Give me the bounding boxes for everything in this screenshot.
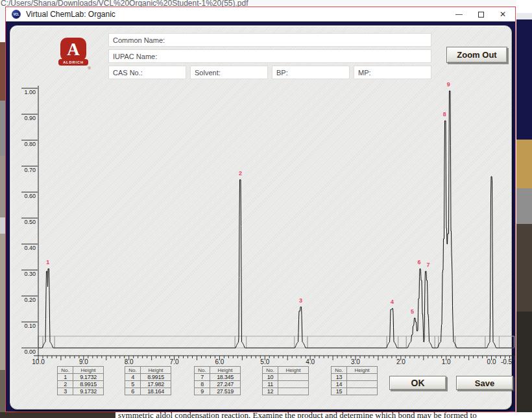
y-axis-tick-label: 1.00 bbox=[24, 89, 36, 95]
height-table-1: No.Height19.173228.991539.1732 bbox=[57, 366, 104, 395]
browser-url-bar: C:/Users/Shana/Downloads/VCL%20Organic%2… bbox=[0, 0, 532, 6]
peak-region-box[interactable] bbox=[54, 336, 235, 348]
x-axis-tick-label: 1.0 bbox=[442, 358, 451, 365]
peak-height-cell: 9.1732 bbox=[73, 388, 104, 395]
height-table-2: No.Height48.9915517.982618.164 bbox=[125, 366, 171, 395]
window-content: A ALDRICH ® Common Name: IUPAC Name: CAS… bbox=[6, 21, 515, 412]
peak-label-5[interactable]: 5 bbox=[411, 308, 414, 315]
maximize-button[interactable] bbox=[470, 7, 492, 21]
peak-number-cell: 9 bbox=[195, 388, 210, 395]
peak-label-8[interactable]: 8 bbox=[443, 111, 446, 117]
peak-number-cell: 4 bbox=[125, 374, 141, 381]
height-table-row: 517.982 bbox=[125, 381, 171, 388]
background-right-art-2 bbox=[516, 19, 532, 140]
peak-number-cell: 3 bbox=[58, 388, 73, 395]
screen: C:/Users/Shana/Downloads/VCL%20Organic%2… bbox=[0, 0, 532, 418]
peak-label-4[interactable]: 4 bbox=[391, 299, 394, 305]
peak-region-box[interactable] bbox=[38, 336, 43, 348]
peak-number-cell: 13 bbox=[332, 374, 347, 381]
height-table-header: Height bbox=[347, 367, 378, 374]
background-right-art-3 bbox=[516, 140, 532, 188]
peak-height-cell bbox=[278, 388, 309, 395]
height-table-row: 39.1732 bbox=[58, 388, 104, 395]
peak-region-box[interactable] bbox=[235, 336, 246, 348]
background-left-strip bbox=[0, 6, 5, 418]
y-axis-tick-label: 0.80 bbox=[24, 141, 36, 147]
background-right-art-4 bbox=[516, 188, 532, 224]
maximize-icon bbox=[478, 12, 484, 18]
peak-label-1[interactable]: 1 bbox=[46, 259, 49, 265]
peak-label-7[interactable]: 7 bbox=[426, 262, 429, 268]
peak-region-box[interactable] bbox=[308, 336, 387, 348]
iupac-name-field[interactable]: IUPAC Name: bbox=[108, 49, 431, 63]
peak-number-cell: 2 bbox=[58, 381, 73, 388]
aldrich-logo-band: ALDRICH bbox=[58, 59, 88, 66]
peak-height-cell: 18.164 bbox=[141, 388, 171, 395]
peak-number-cell: 11 bbox=[263, 381, 278, 388]
peak-region-box[interactable] bbox=[43, 336, 54, 348]
height-table-header: No. bbox=[263, 367, 278, 374]
peak-region-box[interactable] bbox=[455, 336, 485, 348]
background-left-art-2 bbox=[0, 101, 5, 156]
solvent-field[interactable]: Solvent: bbox=[190, 66, 268, 79]
x-axis-tick-label: 6.0 bbox=[215, 358, 224, 365]
y-axis-tick-label: 0.90 bbox=[24, 115, 36, 121]
height-table-row: 48.9915 bbox=[125, 374, 171, 381]
aldrich-logo-brand: ALDRICH bbox=[63, 60, 84, 64]
peak-height-cell bbox=[347, 374, 378, 381]
zoom-out-button[interactable]: Zoom Out bbox=[446, 47, 507, 63]
common-name-field[interactable]: Common Name: bbox=[108, 33, 431, 47]
nmr-spectrum-svg[interactable]: 0.000.100.200.300.400.500.600.700.800.90… bbox=[17, 81, 517, 367]
background-left-art-6 bbox=[0, 370, 5, 418]
x-axis-tick-label: 0.0 bbox=[487, 358, 496, 365]
mp-field[interactable]: MP: bbox=[354, 66, 431, 79]
browser-url-text: C:/Users/Shana/Downloads/VCL%20Organic%2… bbox=[1, 0, 248, 6]
height-table-row: 15 bbox=[332, 388, 378, 395]
peak-label-3[interactable]: 3 bbox=[299, 297, 302, 304]
peak-region-box[interactable] bbox=[295, 336, 308, 348]
height-table-header: No. bbox=[125, 367, 141, 374]
peak-height-cell: 18.345 bbox=[210, 374, 241, 381]
x-axis-tick-label: 5.0 bbox=[260, 358, 269, 365]
y-axis-tick-label: 0.20 bbox=[24, 297, 36, 303]
y-axis-tick-label: 0.50 bbox=[24, 219, 36, 225]
peak-number-cell: 12 bbox=[263, 388, 278, 395]
background-bottom-art bbox=[0, 412, 115, 418]
y-axis-tick-label: 0.60 bbox=[24, 193, 36, 199]
x-axis-tick-label: 10.0 bbox=[32, 358, 45, 365]
peak-label-6[interactable]: 6 bbox=[417, 259, 420, 265]
app-icon: VCL bbox=[12, 10, 21, 19]
peak-region-box[interactable] bbox=[247, 336, 295, 348]
minimize-button[interactable] bbox=[448, 7, 470, 21]
x-axis-tick-label: 7.0 bbox=[170, 358, 179, 365]
height-table-header: Height bbox=[278, 367, 309, 374]
nmr-trace bbox=[38, 91, 514, 348]
common-name-label: Common Name: bbox=[113, 36, 165, 44]
height-table-4: No.Height101112 bbox=[262, 366, 309, 395]
mp-label: MP: bbox=[358, 69, 371, 77]
save-button[interactable]: Save bbox=[456, 376, 513, 390]
close-button[interactable]: ✕ bbox=[492, 7, 514, 21]
spectrum-panel: A ALDRICH ® Common Name: IUPAC Name: CAS… bbox=[10, 25, 512, 410]
titlebar[interactable]: VCL Virtual ChemLab: Organic ✕ bbox=[6, 7, 515, 21]
aldrich-logo-mark: A bbox=[60, 38, 86, 61]
height-table-header: No. bbox=[195, 367, 210, 374]
peak-label-9[interactable]: 9 bbox=[447, 81, 450, 88]
peak-height-cell bbox=[347, 388, 378, 395]
bp-field[interactable]: BP: bbox=[272, 66, 350, 79]
peak-number-cell: 8 bbox=[195, 381, 210, 388]
peak-height-cell: 27.519 bbox=[210, 388, 241, 395]
x-axis-tick-label: -0.5 bbox=[501, 358, 513, 365]
x-axis-tick-label: 4.0 bbox=[306, 358, 315, 365]
peak-number-cell: 15 bbox=[332, 388, 347, 395]
peak-region-box[interactable] bbox=[398, 336, 407, 348]
height-table-row: 827.247 bbox=[195, 381, 241, 388]
height-table-row: 618.164 bbox=[125, 388, 171, 395]
height-table-5: No.Height131415 bbox=[331, 366, 378, 395]
peak-number-cell: 14 bbox=[332, 381, 347, 388]
ok-button[interactable]: OK bbox=[389, 376, 446, 390]
aldrich-logo-letter: A bbox=[67, 41, 80, 58]
cas-no-field[interactable]: CAS No.: bbox=[108, 66, 186, 79]
peak-label-2[interactable]: 2 bbox=[239, 170, 242, 177]
peak-region-box[interactable] bbox=[499, 336, 514, 348]
